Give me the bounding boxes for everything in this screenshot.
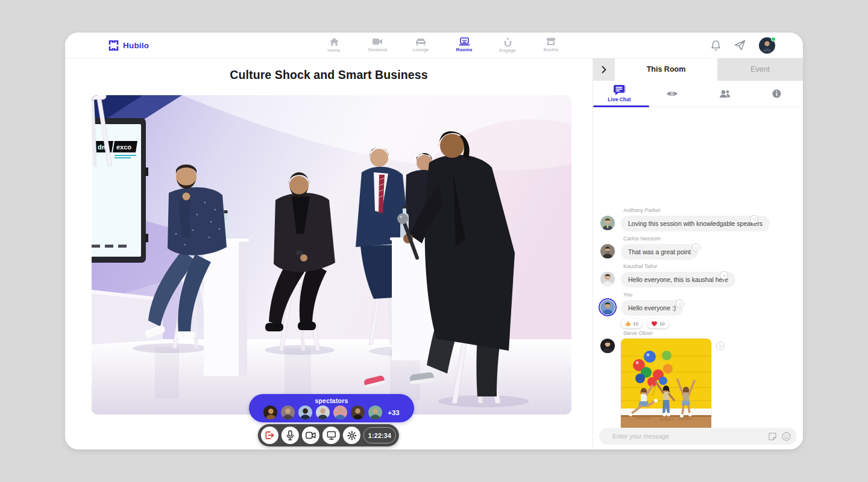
spectator-avatar bbox=[316, 405, 330, 419]
message-author: Steve Oliver bbox=[623, 330, 711, 336]
sofa-icon bbox=[415, 37, 426, 46]
spectator-avatar bbox=[351, 405, 365, 419]
smiley-icon bbox=[722, 273, 727, 278]
home-icon bbox=[329, 37, 339, 46]
room-main-area: Culture Shock and Smart Business bbox=[65, 58, 593, 449]
hubilo-logo[interactable]: Hubilo bbox=[108, 40, 149, 51]
reaction-heart[interactable]: 10 bbox=[647, 319, 669, 328]
brand-name: Hubilo bbox=[123, 41, 149, 50]
spectators-pill[interactable]: spectators +33 bbox=[249, 394, 414, 422]
top-navigation-bar: Hubilo Home Sessions bbox=[65, 33, 803, 58]
sticker-icon[interactable] bbox=[768, 432, 777, 441]
chat-message: Anthony Parker Loving this session with … bbox=[600, 207, 770, 231]
magnet-icon bbox=[503, 37, 512, 46]
avatar-kaushal-tailor bbox=[600, 272, 615, 286]
nav-item-engage[interactable]: Engage bbox=[492, 37, 523, 53]
spectator-avatars: +33 bbox=[263, 405, 400, 419]
rooms-icon bbox=[459, 37, 470, 46]
app-window: Hubilo Home Sessions bbox=[65, 33, 803, 449]
call-controls-bar: 1:22:34 bbox=[258, 424, 399, 446]
balloons-photo bbox=[621, 339, 711, 431]
avatar-steve-oliver bbox=[600, 339, 615, 353]
message-reactions: 10 10 bbox=[621, 319, 683, 328]
stage-scene: dm exco bbox=[92, 95, 571, 415]
stage-video-feed: dm exco bbox=[92, 95, 571, 415]
heart-icon bbox=[651, 321, 658, 327]
message-author: Carlos Neesom bbox=[623, 236, 698, 242]
chevron-right-icon bbox=[602, 66, 606, 74]
smiley-icon bbox=[678, 301, 683, 307]
message-input[interactable] bbox=[612, 433, 768, 440]
tab-this-room[interactable]: This Room bbox=[615, 58, 717, 81]
smiley-icon bbox=[718, 343, 723, 349]
emoji-icon[interactable] bbox=[782, 432, 791, 441]
collapse-panel-button[interactable] bbox=[593, 58, 615, 81]
paper-plane-icon[interactable] bbox=[734, 40, 746, 51]
panel-tabs: This Room Event bbox=[593, 58, 803, 81]
add-reaction-button[interactable] bbox=[750, 215, 758, 224]
nav-item-booths[interactable]: Booths bbox=[535, 37, 567, 53]
spectator-avatar bbox=[263, 405, 277, 419]
hubilo-logo-icon bbox=[108, 40, 119, 51]
live-chat-label: Live Chat bbox=[608, 96, 631, 102]
tab-viewers[interactable] bbox=[646, 81, 698, 107]
message-bubble: Hello everyone :) bbox=[621, 300, 683, 316]
online-status-dot bbox=[771, 37, 776, 42]
avatar-you bbox=[600, 300, 615, 315]
add-reaction-button[interactable] bbox=[720, 271, 728, 280]
camera-icon bbox=[306, 431, 316, 439]
storefront-icon bbox=[546, 37, 556, 46]
add-reaction-button[interactable] bbox=[716, 342, 725, 350]
shared-image-attachment[interactable] bbox=[621, 339, 711, 431]
screen-share-button[interactable] bbox=[322, 427, 340, 444]
leave-room-icon bbox=[265, 431, 274, 440]
microphone-button[interactable] bbox=[281, 427, 299, 444]
chat-message: Carlos Neesom That was a great point bbox=[600, 236, 698, 260]
message-composer bbox=[599, 428, 797, 445]
tab-attendees[interactable] bbox=[698, 81, 750, 107]
chat-message-own: You Hello everyone :) 10 bbox=[600, 292, 683, 328]
spectators-overflow-count[interactable]: +33 bbox=[388, 409, 400, 416]
spectator-avatar bbox=[281, 405, 295, 419]
camera-button[interactable] bbox=[302, 427, 319, 444]
chat-message: Kaushal Tailor Hello everyone, this is k… bbox=[600, 263, 735, 287]
message-author: Anthony Parker bbox=[623, 207, 770, 213]
message-bubble: That was a great point bbox=[621, 244, 698, 260]
right-panel: This Room Event Live Chat bbox=[593, 58, 803, 449]
reaction-thumbs-up[interactable]: 10 bbox=[621, 319, 643, 328]
tab-live-chat[interactable]: Live Chat bbox=[593, 81, 646, 107]
user-avatar[interactable] bbox=[759, 37, 775, 54]
composer-actions bbox=[768, 432, 791, 441]
screen-share-icon bbox=[326, 431, 336, 440]
spectator-avatar bbox=[368, 405, 382, 419]
spectator-avatar bbox=[333, 405, 347, 419]
add-reaction-button[interactable] bbox=[692, 243, 700, 252]
nav-item-sessions[interactable]: Sessions bbox=[362, 37, 393, 53]
nav-item-lounge[interactable]: Lounge bbox=[405, 37, 436, 53]
tab-info[interactable] bbox=[750, 81, 803, 107]
spectator-avatar bbox=[298, 405, 312, 419]
eye-icon bbox=[666, 90, 678, 98]
leave-room-button[interactable] bbox=[261, 427, 278, 444]
info-icon bbox=[772, 89, 781, 98]
bell-icon[interactable] bbox=[711, 40, 721, 51]
panel-icon-tabs: Live Chat bbox=[593, 81, 803, 107]
nav-item-home[interactable]: Home bbox=[318, 37, 350, 53]
tab-event[interactable]: Event bbox=[717, 58, 803, 81]
live-chat-feed: Anthony Parker Loving this session with … bbox=[593, 107, 803, 400]
add-reaction-button[interactable] bbox=[676, 299, 684, 308]
avatar-carlos-neesom bbox=[600, 244, 615, 258]
topbar-actions bbox=[711, 33, 775, 58]
gear-icon bbox=[347, 431, 356, 440]
stage-screen: dm exco bbox=[92, 118, 148, 263]
nav-item-rooms[interactable]: Rooms bbox=[448, 37, 480, 53]
thumbs-up-icon bbox=[625, 321, 631, 327]
people-icon bbox=[719, 90, 731, 98]
session-title: Culture Shock and Smart Business bbox=[65, 68, 593, 82]
main-nav: Home Sessions Lounge bbox=[318, 37, 567, 53]
avatar-anthony-parker bbox=[600, 216, 615, 230]
svg-text:exco: exco bbox=[116, 143, 131, 151]
chat-message-image: Steve Oliver bbox=[600, 330, 711, 431]
microphone-icon bbox=[286, 430, 295, 440]
settings-button[interactable] bbox=[343, 427, 360, 444]
